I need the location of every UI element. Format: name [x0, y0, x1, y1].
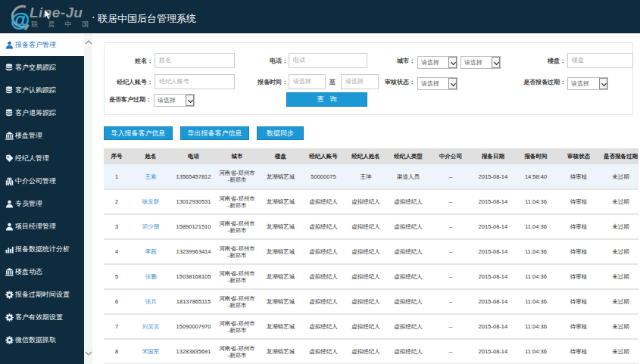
- svg-text:@: @: [11, 8, 30, 31]
